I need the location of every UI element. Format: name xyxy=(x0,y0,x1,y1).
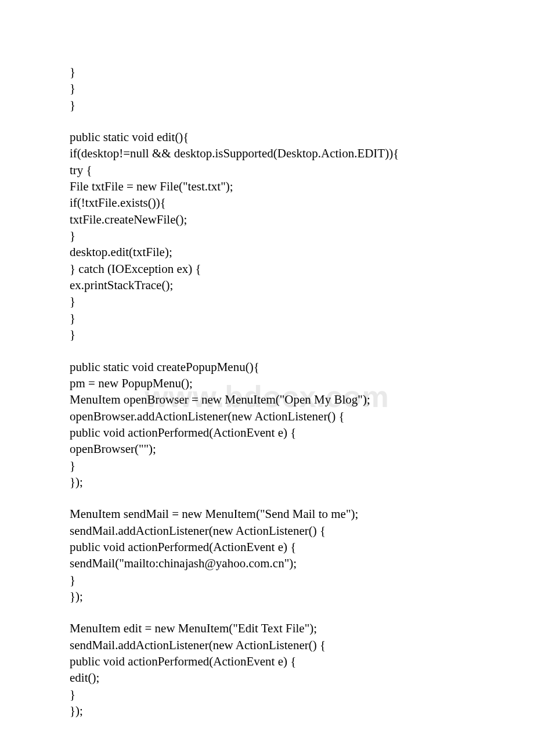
code-block-3: public static void createPopupMenu(){ pm… xyxy=(70,359,464,491)
code-block-1: } } } xyxy=(70,64,464,113)
code-block-5: MenuItem edit = new MenuItem("Edit Text … xyxy=(70,620,464,719)
document-page: www.bdocx.com } } } public static void e… xyxy=(0,0,534,756)
code-block-4: MenuItem sendMail = new MenuItem("Send M… xyxy=(70,506,464,604)
code-block-2: public static void edit(){ if(desktop!=n… xyxy=(70,129,464,343)
